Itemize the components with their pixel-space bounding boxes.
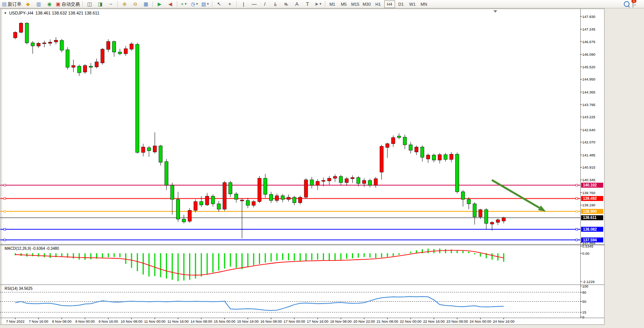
timeframe-m5[interactable]: M5 — [339, 0, 349, 8]
chart-shift-button[interactable]: ◀ — [165, 0, 176, 8]
time-tick-label: 17 Nov 16:00 — [307, 319, 329, 323]
new-order-button-icon: ▤ — [2, 0, 6, 8]
candle-body — [304, 180, 308, 197]
price-chart-canvas[interactable]: 147.830147.245146.675146.090145.520144.9… — [0, 8, 644, 328]
trendline-button[interactable]: / — [260, 0, 270, 8]
periods-button[interactable]: ◷▼ — [190, 0, 200, 8]
candle-body — [234, 194, 238, 199]
price-line-label: 138.900 — [583, 209, 597, 214]
price-tick-label: 144.365 — [582, 90, 595, 94]
candle-body — [153, 146, 157, 152]
candle-body — [328, 178, 331, 181]
templates-button[interactable]: ▧▼ — [200, 0, 211, 8]
timeframe-d1[interactable]: D1 — [396, 0, 406, 8]
data-window-icon[interactable]: ▥ — [33, 0, 44, 8]
candle-body — [54, 40, 58, 42]
tile-windows-button[interactable]: ▦ — [141, 0, 151, 8]
candle-body — [112, 42, 116, 52]
time-tick-label: 24 Nov 16:00 — [493, 319, 515, 323]
candle-body — [345, 178, 348, 182]
price-tick-label: 147.245 — [582, 27, 595, 31]
price-tick-label: 146.675 — [582, 40, 595, 44]
candle-body — [177, 199, 180, 219]
candle-body — [101, 49, 104, 63]
price-tick-label: 145.520 — [582, 65, 595, 69]
timeframe-h4[interactable]: H4 — [384, 0, 395, 8]
indicators-button[interactable]: +▼ — [179, 0, 190, 8]
bar-chart-button-icon: ◫ — [87, 0, 92, 8]
candle-body — [374, 178, 377, 185]
candle-body — [37, 43, 40, 46]
new-order-button[interactable]: ▤新订单 — [1, 0, 22, 8]
text-button-icon: A — [295, 0, 299, 8]
time-tick-label: 15 Nov 00:00 — [214, 319, 236, 323]
candle-body — [479, 210, 482, 217]
hline-handle — [576, 198, 578, 199]
time-tick-label: 22 Nov 16:00 — [423, 319, 445, 323]
channel-button[interactable]: /E — [270, 0, 281, 8]
time-tick-label: 21 Nov 08:00 — [377, 319, 398, 323]
toolbar-right-group: 1 — [624, 1, 643, 8]
timeframe-m15[interactable]: M15 — [350, 0, 361, 8]
candle-body — [490, 222, 494, 224]
auto-trading-button[interactable]: ▣自动交易 — [55, 0, 81, 8]
market-watch-icon[interactable]: ◆ — [22, 0, 33, 8]
text-button[interactable]: A — [292, 0, 302, 8]
candle-body — [368, 180, 372, 185]
price-tick-label: 139.190 — [582, 203, 595, 207]
timeframe-w1[interactable]: W1 — [407, 0, 418, 8]
rsi-axis-label: 100 — [582, 284, 588, 288]
crosshair-button[interactable]: + — [225, 0, 235, 8]
candlestick-chart-button[interactable]: ◨ — [95, 0, 106, 8]
fibonacci-button[interactable]: ≡F — [281, 0, 292, 8]
templates-button-icon: ▧ — [201, 0, 206, 8]
price-line-label: 137.594 — [583, 238, 597, 242]
candle-body — [281, 196, 284, 199]
tile-windows-button-icon: ▦ — [143, 0, 148, 8]
signals-icon[interactable]: ◉ — [44, 0, 55, 8]
timeframe-m1[interactable]: M1 — [327, 0, 338, 8]
candle-body — [438, 154, 442, 160]
candle-body — [293, 197, 296, 203]
candle-body — [84, 66, 87, 72]
arrows-button[interactable]: ➤▼ — [313, 0, 324, 8]
chart-plot-background[interactable] — [0, 9, 604, 325]
time-tick-label: 11 Nov 00:00 — [144, 319, 165, 323]
horizontal-line-button[interactable]: — — [249, 0, 260, 8]
candle-body — [217, 204, 220, 209]
chevron-down-icon: ▼ — [206, 0, 209, 8]
auto-scroll-button[interactable]: ▶ — [154, 0, 165, 8]
candle-body — [415, 147, 418, 152]
candle-body — [287, 197, 290, 199]
candle-body — [89, 66, 93, 68]
time-tick-label: 7 Nov 2022 — [6, 319, 25, 323]
time-tick-label: 22 Nov 00:00 — [400, 319, 422, 323]
chevron-down-icon: ▼ — [319, 0, 322, 8]
rsi-axis-label: 15 — [582, 310, 586, 314]
search-icon[interactable] — [624, 1, 630, 7]
notifications-button[interactable]: 1 — [633, 1, 633, 8]
price-tick-label: 140.345 — [582, 178, 595, 182]
symbol-dropdown-icon[interactable]: ▼ — [4, 11, 7, 15]
bar-chart-button[interactable]: ◫ — [84, 0, 95, 8]
candle-body — [409, 145, 413, 150]
candle-body — [432, 155, 436, 160]
timeframe-h1[interactable]: H1 — [373, 0, 384, 8]
cursor-button[interactable]: ↖ — [214, 0, 225, 8]
vertical-line-button[interactable]: | — [238, 0, 249, 8]
zoom-out-button[interactable]: ⊖ — [130, 0, 141, 8]
line-chart-button[interactable]: ~ — [106, 0, 116, 8]
time-tick-label: 23 Nov 08:00 — [446, 319, 468, 323]
text-label-button-icon: T — [306, 0, 309, 8]
timeframe-mn[interactable]: MN — [419, 0, 429, 8]
text-label-button[interactable]: T — [302, 0, 313, 8]
zoom-in-button[interactable]: ⊕ — [119, 0, 130, 8]
timeframe-m30[interactable]: M30 — [361, 0, 372, 8]
candle-body — [147, 148, 151, 151]
candle-body — [426, 155, 430, 159]
candle-body — [14, 32, 17, 38]
sep4 — [177, 1, 178, 7]
price-line-label: 140.102 — [583, 183, 597, 187]
chart-window[interactable]: ▼ USDJPY-,H4 138.461 138.632 138.421 138… — [0, 8, 644, 328]
candle-body — [473, 204, 476, 217]
